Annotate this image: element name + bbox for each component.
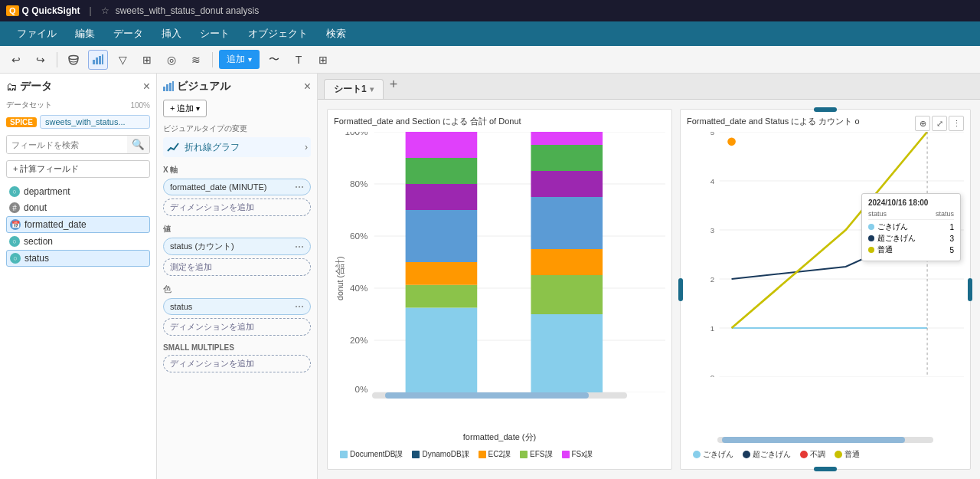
legend-fsx: FSx課 bbox=[562, 449, 593, 460]
menu-file[interactable]: ファイル bbox=[9, 24, 64, 44]
svg-text:donut (合計): donut (合計) bbox=[335, 256, 345, 300]
value-field-pill[interactable]: status (カウント) ⋯ bbox=[163, 238, 311, 255]
spice-badge: SPICE bbox=[6, 117, 37, 127]
menu-edit[interactable]: 編集 bbox=[67, 24, 103, 44]
layout-icon[interactable]: ⊞ bbox=[137, 50, 157, 70]
dim-icon-2: ○ bbox=[9, 236, 20, 247]
visual-type-row[interactable]: 折れ線グラフ › bbox=[163, 137, 311, 157]
field-status[interactable]: ○ status bbox=[6, 250, 150, 267]
legend-documentdb: DocumentDB課 bbox=[340, 449, 403, 460]
color-field-pill[interactable]: status ⋯ bbox=[163, 298, 311, 315]
field-label-formatted-date: formatted_date bbox=[24, 219, 87, 230]
add-dim-small-button[interactable]: ディメンションを追加 bbox=[163, 355, 311, 372]
search-input[interactable] bbox=[7, 136, 127, 153]
menu-sheet[interactable]: シート bbox=[192, 24, 237, 44]
dataset-name[interactable]: sweets_with_status... bbox=[40, 115, 150, 129]
svg-text:0%: 0% bbox=[355, 385, 368, 392]
pill-more-icon[interactable]: ⋯ bbox=[295, 182, 304, 192]
data-panel-close[interactable]: × bbox=[143, 80, 150, 94]
trend-icon[interactable]: 〜 bbox=[264, 50, 284, 70]
resize-handle-left[interactable] bbox=[678, 278, 683, 301]
menu-search[interactable]: 検索 bbox=[318, 24, 354, 44]
visual-add-button[interactable]: + 追加 ▾ bbox=[163, 100, 207, 117]
field-label-donut: donut bbox=[24, 202, 47, 213]
line-chart-scrollbar[interactable] bbox=[717, 437, 933, 443]
svg-point-0 bbox=[69, 55, 78, 59]
field-donut[interactable]: # donut bbox=[6, 200, 150, 215]
legend-dot-ec2 bbox=[479, 451, 486, 458]
legend-dot-dynamodb bbox=[412, 451, 420, 458]
svg-rect-23 bbox=[406, 285, 478, 308]
legend-ec2: EC2課 bbox=[479, 449, 511, 460]
visual-panel-close[interactable]: × bbox=[304, 80, 311, 94]
image-icon[interactable]: ⊞ bbox=[313, 50, 333, 70]
legend-dot-gokigen bbox=[693, 451, 701, 458]
data-panel: 🗂 データ × データセット 100% SPICE sweets_with_st… bbox=[0, 74, 157, 479]
visual-panel-title: ビジュアル bbox=[177, 80, 230, 94]
tooltip-row-2: 超ごきげん 3 bbox=[868, 233, 954, 244]
field-formatted-date[interactable]: 📅 formatted_date bbox=[6, 216, 150, 233]
svg-text:80%: 80% bbox=[350, 180, 368, 189]
chart-more-icon[interactable]: ⋮ bbox=[949, 116, 964, 131]
legend-gokigen: ごきげん bbox=[693, 449, 733, 460]
pin-icon[interactable]: ◎ bbox=[162, 50, 181, 70]
x-field-pill[interactable]: formatted_date (MINUTE) ⋯ bbox=[163, 179, 311, 195]
menu-insert[interactable]: 挿入 bbox=[154, 24, 189, 44]
chart-icon[interactable] bbox=[88, 50, 108, 70]
undo-button[interactable]: ↩ bbox=[6, 50, 26, 70]
field-department[interactable]: ○ department bbox=[6, 184, 150, 199]
line-chart-container: Formatted_date and Status による カウント o ⊕ ⤢… bbox=[680, 109, 971, 470]
svg-rect-31 bbox=[531, 249, 603, 275]
bar-chart-scrollbar[interactable] bbox=[372, 392, 627, 399]
redo-button[interactable]: ↪ bbox=[31, 50, 51, 70]
text-icon[interactable]: T bbox=[289, 50, 309, 70]
svg-text:1: 1 bbox=[710, 324, 714, 333]
bar-chart-x-title: formatted_date (分) bbox=[334, 431, 665, 443]
color-pill-more-icon[interactable]: ⋯ bbox=[295, 301, 304, 312]
data-icon[interactable] bbox=[64, 50, 83, 70]
change-type-label: ビジュアルタイプの変更 bbox=[163, 123, 311, 134]
calc-field-button[interactable]: + 計算フィールド bbox=[6, 160, 150, 178]
bar-chart-container: Formatted_date and Section による 合計 of Don… bbox=[327, 109, 672, 470]
menu-data[interactable]: データ bbox=[106, 24, 151, 44]
data-panel-title: データ bbox=[20, 80, 52, 94]
svg-text:40%: 40% bbox=[350, 284, 368, 293]
search-button[interactable]: 🔍 bbox=[127, 136, 149, 153]
resize-handle-bottom[interactable] bbox=[814, 467, 837, 471]
tooltip-dot-2 bbox=[868, 235, 874, 241]
legend-dot-fucho bbox=[800, 451, 808, 458]
tab-title: sweets_with_status_donut analysis bbox=[116, 5, 259, 16]
svg-rect-35 bbox=[531, 132, 603, 145]
svg-rect-5 bbox=[163, 87, 165, 91]
x-axis-section: X 軸 bbox=[163, 165, 311, 176]
search-row: 🔍 bbox=[6, 135, 150, 154]
filter-icon[interactable]: ▽ bbox=[113, 50, 132, 70]
add-dim-color-button[interactable]: ディメンションを追加 bbox=[163, 318, 311, 336]
story-icon[interactable]: ≋ bbox=[186, 50, 206, 70]
add-button[interactable]: 追加 ▾ bbox=[219, 50, 260, 69]
svg-rect-33 bbox=[531, 171, 603, 197]
add-sheet-button[interactable]: + bbox=[387, 77, 401, 93]
field-label-status: status bbox=[24, 253, 49, 264]
tab-separator: | bbox=[90, 5, 92, 16]
menu-object[interactable]: オブジェクト bbox=[240, 24, 315, 44]
add-dim-x-button[interactable]: ディメンションを追加 bbox=[163, 198, 311, 216]
value-pill-more-icon[interactable]: ⋯ bbox=[295, 241, 304, 252]
legend-futsu: 普通 bbox=[835, 449, 860, 460]
resize-handle-right[interactable] bbox=[968, 278, 972, 301]
field-section[interactable]: ○ section bbox=[6, 234, 150, 249]
chart-expand-icon[interactable]: ⤢ bbox=[932, 116, 947, 131]
field-label-department: department bbox=[24, 186, 70, 197]
dim-icon-3: ○ bbox=[10, 253, 21, 264]
add-measure-button[interactable]: 測定を追加 bbox=[163, 258, 311, 276]
svg-text:60%: 60% bbox=[350, 232, 368, 241]
svg-text:4: 4 bbox=[710, 177, 715, 185]
tooltip-row-1: ごきげん 1 bbox=[868, 221, 954, 232]
sheet-tab-1[interactable]: シート1 ▾ bbox=[324, 79, 384, 99]
svg-rect-27 bbox=[406, 158, 478, 184]
legend-efs: EFS課 bbox=[520, 449, 552, 460]
separator bbox=[57, 52, 57, 67]
resize-handle-top[interactable] bbox=[814, 107, 837, 112]
chart-zoom-icon[interactable]: ⊕ bbox=[915, 116, 930, 131]
legend-dot-super-gokigen bbox=[743, 451, 750, 458]
